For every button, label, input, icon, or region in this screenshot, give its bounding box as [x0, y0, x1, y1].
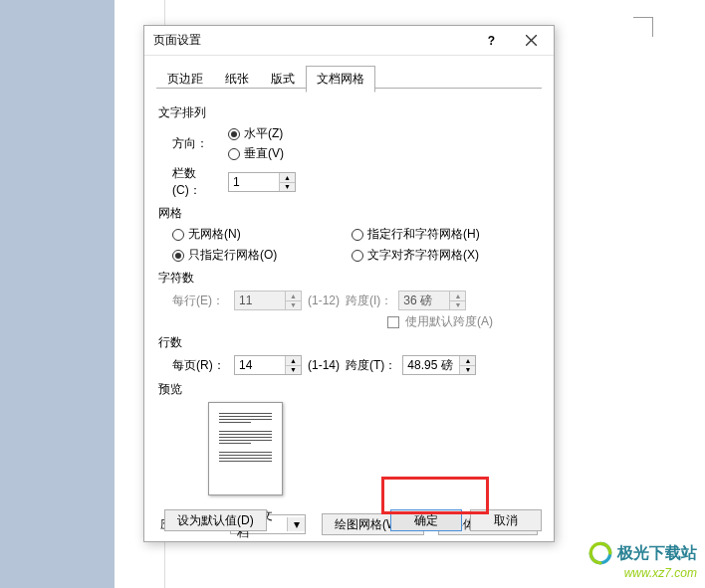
radio-horizontal-label: 水平(Z)	[244, 125, 283, 142]
spin-down-icon: ▼	[286, 301, 301, 310]
per-line-input	[235, 292, 285, 309]
page-gutter	[0, 0, 115, 588]
radio-align-char-grid-label: 文字对齐字符网格(X)	[367, 247, 479, 264]
spin-down-icon: ▼	[450, 301, 465, 310]
help-button[interactable]: ?	[474, 26, 509, 56]
preview-thumbnail	[208, 402, 283, 495]
char-pitch-input	[399, 292, 449, 309]
section-char-count: 字符数	[158, 270, 540, 287]
radio-line-char-grid-label: 指定行和字符网格(H)	[367, 226, 480, 243]
radio-align-char-grid[interactable]: 文字对齐字符网格(X)	[352, 247, 540, 264]
radio-line-only-label: 只指定行网格(O)	[188, 247, 277, 264]
dialog-content: 文字排列 方向： 水平(Z) 垂直(V) 栏数(C)： ▲▼ 网格	[144, 93, 554, 535]
set-default-button[interactable]: 设为默认值(D)	[164, 509, 267, 531]
section-line-count: 行数	[158, 334, 540, 351]
radio-no-grid[interactable]: 无网格(N)	[172, 226, 352, 243]
direction-label: 方向：	[172, 135, 222, 152]
page-setup-dialog: 页面设置 ? 页边距 纸张 版式 文档网格 文字排列 方向： 水平(Z) 垂直(…	[143, 25, 555, 542]
per-line-range: (1-12)	[308, 294, 340, 307]
radio-line-char-grid[interactable]: 指定行和字符网格(H)	[352, 226, 540, 243]
section-text-arrangement: 文字排列	[158, 104, 540, 121]
dialog-titlebar: 页面设置 ?	[144, 26, 554, 56]
line-pitch-input[interactable]	[403, 356, 459, 374]
close-icon	[526, 35, 537, 46]
radio-vertical-label: 垂直(V)	[244, 145, 284, 162]
dialog-title: 页面设置	[153, 32, 474, 49]
radio-icon	[228, 128, 240, 140]
radio-icon	[228, 148, 240, 160]
per-page-label: 每页(R)：	[172, 357, 228, 374]
close-button[interactable]	[509, 26, 554, 56]
columns-spinbox[interactable]: ▲▼	[228, 172, 296, 192]
spin-down-icon[interactable]: ▼	[280, 183, 295, 192]
spin-up-icon: ▲	[450, 292, 465, 301]
watermark: 极光下载站 www.xz7.com	[588, 540, 697, 580]
radio-line-only[interactable]: 只指定行网格(O)	[172, 247, 352, 264]
char-pitch-label: 跨度(I)：	[346, 293, 392, 309]
spin-down-icon[interactable]: ▼	[460, 366, 475, 375]
watermark-name: 极光下载站	[617, 543, 697, 564]
radio-vertical[interactable]: 垂直(V)	[228, 145, 284, 162]
radio-icon	[172, 250, 184, 262]
radio-icon	[352, 229, 363, 241]
spin-up-icon[interactable]: ▲	[460, 356, 475, 366]
per-page-input[interactable]	[235, 356, 285, 374]
char-pitch-spinbox: ▲▼	[398, 291, 466, 310]
tab-document-grid[interactable]: 文档网格	[306, 66, 375, 93]
spin-up-icon: ▲	[286, 292, 301, 301]
use-default-pitch-label: 使用默认跨度(A)	[405, 313, 493, 330]
section-grid: 网格	[158, 205, 540, 222]
watermark-url: www.xz7.com	[624, 566, 697, 580]
logo-swirl-icon	[588, 540, 613, 566]
section-preview: 预览	[158, 381, 540, 398]
spin-up-icon[interactable]: ▲	[286, 356, 301, 366]
columns-label: 栏数(C)：	[172, 165, 222, 199]
per-line-spinbox: ▲▼	[234, 291, 302, 310]
per-page-range: (1-14)	[308, 358, 340, 372]
page-corner-mark	[633, 17, 653, 37]
radio-no-grid-label: 无网格(N)	[188, 226, 241, 243]
radio-horizontal[interactable]: 水平(Z)	[228, 125, 284, 142]
annotation-highlight	[381, 477, 489, 514]
per-line-label: 每行(E)：	[172, 293, 228, 309]
per-page-spinbox[interactable]: ▲▼	[234, 355, 302, 375]
use-default-pitch-checkbox	[387, 316, 399, 328]
radio-icon	[172, 229, 184, 241]
line-pitch-label: 跨度(T)：	[346, 357, 396, 374]
spin-up-icon[interactable]: ▲	[280, 173, 295, 183]
radio-icon	[352, 250, 363, 262]
line-pitch-spinbox[interactable]: ▲▼	[402, 355, 476, 375]
spin-down-icon[interactable]: ▼	[286, 366, 301, 375]
columns-input[interactable]	[229, 173, 279, 191]
